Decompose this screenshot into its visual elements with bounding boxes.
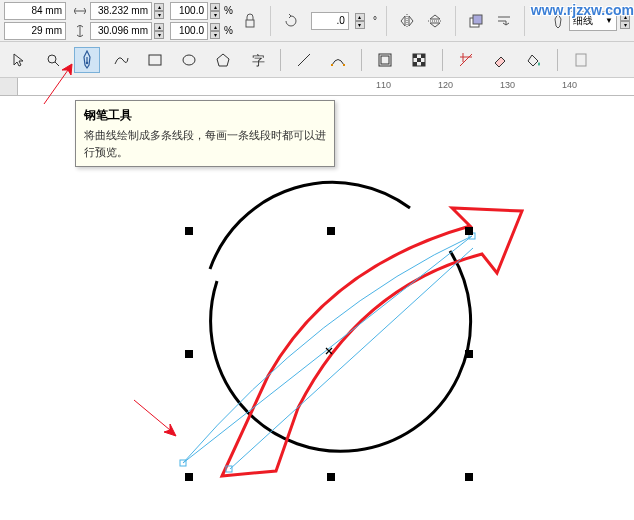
separator xyxy=(557,49,558,71)
svg-rect-33 xyxy=(185,473,193,481)
svg-rect-4 xyxy=(473,15,482,24)
annotation-arrow xyxy=(38,62,78,108)
svg-rect-32 xyxy=(465,350,473,358)
scale-group: 100.0 ▴▾ % 100.0 ▴▾ % xyxy=(170,2,233,40)
angle-input[interactable]: .0 xyxy=(311,12,349,30)
separator xyxy=(524,6,525,36)
svg-rect-8 xyxy=(149,55,161,65)
separator xyxy=(455,6,456,36)
scale-y-spinner[interactable]: ▴▾ xyxy=(210,23,220,39)
line-tool[interactable] xyxy=(291,47,317,73)
svg-rect-12 xyxy=(331,64,333,66)
svg-point-9 xyxy=(183,55,195,65)
svg-rect-34 xyxy=(327,473,335,481)
ellipse-tool[interactable] xyxy=(176,47,202,73)
tooltip-title: 钢笔工具 xyxy=(84,107,326,124)
svg-rect-28 xyxy=(185,227,193,235)
rectangle-tool[interactable] xyxy=(142,47,168,73)
polygon-tool[interactable] xyxy=(210,47,236,73)
width-icon xyxy=(72,3,88,19)
separator xyxy=(280,49,281,71)
position-group: 84 mm 29 mm xyxy=(4,2,66,40)
pattern-button[interactable] xyxy=(406,47,432,73)
ruler-tick: 120 xyxy=(438,80,453,90)
svg-rect-35 xyxy=(465,473,473,481)
pct-label: % xyxy=(224,25,233,36)
rotate-icon xyxy=(280,10,302,32)
freehand-tool[interactable] xyxy=(108,47,134,73)
scale-x-spinner[interactable]: ▴▾ xyxy=(210,3,220,19)
mirror-v-button[interactable] xyxy=(424,10,446,32)
deg-label: ° xyxy=(373,15,377,26)
svg-rect-21 xyxy=(421,62,425,66)
eraser-tool[interactable] xyxy=(487,47,513,73)
transparency-tool[interactable] xyxy=(568,47,594,73)
svg-rect-17 xyxy=(413,54,417,58)
mirror-h-button[interactable] xyxy=(396,10,418,32)
svg-rect-18 xyxy=(421,54,425,58)
size-group: 38.232 mm ▴▾ 30.096 mm ▴▾ xyxy=(72,2,164,40)
wrap-button[interactable] xyxy=(493,10,515,32)
width-input[interactable]: 38.232 mm xyxy=(90,2,152,20)
ruler-tick: 110 xyxy=(376,80,391,90)
svg-rect-19 xyxy=(417,58,421,62)
svg-rect-22 xyxy=(576,54,586,66)
svg-rect-30 xyxy=(465,227,473,235)
svg-rect-20 xyxy=(413,62,417,66)
svg-text:字: 字 xyxy=(252,53,265,68)
fill-tool[interactable] xyxy=(521,47,547,73)
svg-point-7 xyxy=(86,61,88,63)
ruler-tick: 130 xyxy=(500,80,515,90)
scale-x-input[interactable]: 100.0 xyxy=(170,2,208,20)
lock-ratio-button[interactable] xyxy=(239,10,261,32)
x-position-input[interactable]: 84 mm xyxy=(4,2,66,20)
ruler-corner xyxy=(0,78,18,96)
pct-label: % xyxy=(224,5,233,16)
outline-button[interactable] xyxy=(372,47,398,73)
height-icon xyxy=(72,23,88,39)
text-tool[interactable]: 字 xyxy=(244,47,270,73)
annotation-arrow xyxy=(128,396,178,440)
toolbox: 字 xyxy=(0,42,634,78)
ruler-tick: 140 xyxy=(562,80,577,90)
svg-rect-15 xyxy=(381,56,389,64)
separator xyxy=(361,49,362,71)
height-spinner[interactable]: ▴▾ xyxy=(154,23,164,39)
watermark: www.rjzxw.com xyxy=(531,2,634,18)
scale-y-input[interactable]: 100.0 xyxy=(170,22,208,40)
separator xyxy=(270,6,271,36)
tooltip-desc: 将曲线绘制成多条线段，每画一条线段时都可以进行预览。 xyxy=(84,127,326,160)
svg-rect-29 xyxy=(327,227,335,235)
width-spinner[interactable]: ▴▾ xyxy=(154,3,164,19)
horizontal-ruler: 110 120 130 140 xyxy=(18,78,634,96)
tooltip: 钢笔工具 将曲线绘制成多条线段，每画一条线段时都可以进行预览。 xyxy=(75,100,335,167)
svg-line-11 xyxy=(298,54,310,66)
svg-rect-31 xyxy=(185,350,193,358)
pick-tool[interactable] xyxy=(6,47,32,73)
angle-spinner[interactable]: ▴▾ xyxy=(355,13,365,29)
separator xyxy=(442,49,443,71)
order-button[interactable] xyxy=(465,10,487,32)
separator xyxy=(386,6,387,36)
svg-rect-13 xyxy=(343,64,345,66)
svg-rect-0 xyxy=(246,20,254,27)
y-position-input[interactable]: 29 mm xyxy=(4,22,66,40)
crop-tool[interactable] xyxy=(453,47,479,73)
height-input[interactable]: 30.096 mm xyxy=(90,22,152,40)
bezier-tool[interactable] xyxy=(325,47,351,73)
